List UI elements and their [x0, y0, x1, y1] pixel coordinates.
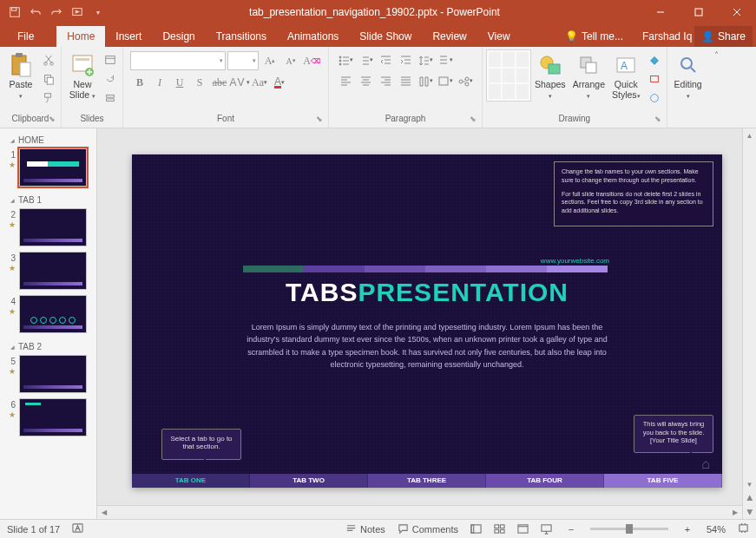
- line-spacing-button[interactable]: ▾: [416, 51, 435, 69]
- thumbnail-slide-3[interactable]: 3★: [3, 252, 96, 290]
- slideshow-view-button[interactable]: [541, 523, 552, 535]
- scroll-up-button[interactable]: ▲: [743, 128, 756, 142]
- comments-button[interactable]: Comments: [398, 523, 458, 535]
- slide[interactable]: Change the tab names to your own section…: [132, 154, 722, 488]
- normal-view-button[interactable]: [470, 523, 482, 535]
- increase-indent-button[interactable]: [396, 51, 415, 69]
- close-button[interactable]: [718, 0, 756, 24]
- align-right-button[interactable]: [376, 72, 395, 89]
- save-button[interactable]: [5, 3, 24, 22]
- align-center-button[interactable]: [356, 72, 375, 89]
- qat-customize-button[interactable]: ▾: [89, 3, 108, 22]
- increase-font-button[interactable]: A▴: [260, 52, 279, 69]
- slide-tab[interactable]: TAB FIVE: [604, 474, 722, 488]
- thumbnail-slide-1[interactable]: 1★: [3, 148, 96, 187]
- tab-home[interactable]: Home: [56, 26, 105, 47]
- decrease-indent-button[interactable]: [376, 51, 395, 69]
- tab-transitions[interactable]: Transitions: [206, 26, 277, 47]
- slide-canvas[interactable]: Change the tab names to your own section…: [97, 128, 756, 519]
- italic-button[interactable]: I: [150, 74, 169, 91]
- font-size-select[interactable]: ▾: [227, 51, 259, 70]
- next-slide-button[interactable]: ⯆: [743, 505, 756, 519]
- editing-button[interactable]: Editing▾: [671, 49, 706, 102]
- start-from-beginning-button[interactable]: [68, 3, 87, 22]
- zoom-in-button[interactable]: +: [680, 524, 694, 535]
- slide-body-text[interactable]: Lorem Ipsum is simply dummy text of the …: [245, 321, 609, 371]
- decrease-font-button[interactable]: A▾: [281, 52, 300, 69]
- slide-tab[interactable]: TAB THREE: [368, 474, 486, 488]
- tab-design[interactable]: Design: [152, 26, 205, 47]
- zoom-level[interactable]: 54%: [707, 524, 726, 535]
- spell-check-icon[interactable]: [72, 522, 83, 535]
- slide-tab[interactable]: TAB ONE: [132, 474, 250, 488]
- thumbnail-slide-5[interactable]: 5★: [3, 355, 96, 393]
- maximize-button[interactable]: [680, 0, 718, 24]
- tab-slideshow[interactable]: Slide Show: [349, 26, 422, 47]
- smartart-button[interactable]: ▾: [456, 72, 475, 89]
- section-header[interactable]: HOME: [3, 132, 96, 148]
- columns-button[interactable]: ▾: [416, 72, 435, 89]
- bullets-button[interactable]: ▾: [336, 51, 355, 69]
- zoom-out-button[interactable]: −: [564, 524, 578, 535]
- layout-button[interactable]: [102, 51, 119, 69]
- notes-button[interactable]: Notes: [345, 523, 385, 535]
- arrange-button[interactable]: Arrange▾: [569, 49, 608, 102]
- tip-left-callout[interactable]: Select a tab to go to that section.: [161, 429, 241, 460]
- reading-view-button[interactable]: [517, 523, 529, 535]
- zoom-slider[interactable]: [590, 528, 668, 530]
- shape-fill-button[interactable]: [646, 51, 663, 69]
- account-name[interactable]: Farshad Iq...: [632, 26, 693, 47]
- strikethrough-button[interactable]: abc: [210, 74, 229, 91]
- slide-counter[interactable]: Slide 1 of 17: [7, 524, 60, 535]
- tip-right-callout[interactable]: This will always bring you back to the s…: [634, 415, 713, 453]
- vertical-scrollbar[interactable]: ▲ ▼ ⯅ ⯆: [742, 128, 756, 519]
- fit-to-window-button[interactable]: [738, 522, 749, 535]
- slide-tab[interactable]: TAB TWO: [250, 474, 368, 488]
- slide-title[interactable]: TABSPRESENTATION: [132, 278, 722, 307]
- clear-formatting-button[interactable]: A⌫: [302, 52, 321, 69]
- redo-button[interactable]: [47, 3, 66, 22]
- slide-tab[interactable]: TAB FOUR: [486, 474, 604, 488]
- dialog-launcher-icon[interactable]: ⬊: [49, 115, 56, 123]
- scroll-left-button[interactable]: ◀: [97, 506, 111, 519]
- reset-button[interactable]: [102, 70, 119, 88]
- tell-me-search[interactable]: 💡Tell me...: [558, 30, 630, 43]
- instructions-textbox[interactable]: Change the tab names to your own section…: [554, 161, 713, 226]
- shapes-button[interactable]: Shapes▾: [531, 49, 569, 102]
- copy-button[interactable]: [40, 70, 57, 88]
- justify-button[interactable]: [396, 72, 415, 89]
- align-left-button[interactable]: [336, 72, 355, 89]
- website-url[interactable]: www.yourwebsite.com: [541, 257, 609, 265]
- shape-outline-button[interactable]: [646, 70, 663, 88]
- section-header[interactable]: TAB 1: [3, 192, 96, 208]
- thumbnail-slide-6[interactable]: 6★: [3, 398, 96, 436]
- thumbnail-pane[interactable]: HOME 1★ TAB 1 2★ 3★ 4★ TAB 2 5★ 6★: [0, 128, 97, 519]
- thumbnail-slide-2[interactable]: 2★: [3, 208, 96, 246]
- section-header[interactable]: TAB 2: [3, 338, 96, 355]
- tab-file[interactable]: File: [7, 26, 44, 47]
- tab-insert[interactable]: Insert: [105, 26, 152, 47]
- shapes-gallery[interactable]: [486, 49, 531, 102]
- spacing-button[interactable]: AV▾: [230, 74, 249, 91]
- numbering-button[interactable]: ▾: [356, 51, 375, 69]
- font-color-button[interactable]: A▾: [270, 74, 289, 91]
- home-icon[interactable]: ⌂: [701, 456, 710, 472]
- undo-button[interactable]: [26, 3, 45, 22]
- font-family-select[interactable]: ▾: [130, 51, 226, 70]
- minimize-button[interactable]: [641, 0, 680, 24]
- slide-sorter-view-button[interactable]: [494, 523, 505, 535]
- tab-review[interactable]: Review: [422, 26, 477, 47]
- underline-button[interactable]: U: [170, 74, 189, 91]
- horizontal-scrollbar[interactable]: ◀ ▶: [97, 505, 742, 519]
- shape-effects-button[interactable]: [646, 89, 663, 107]
- bold-button[interactable]: B: [130, 74, 149, 91]
- scroll-down-button[interactable]: ▼: [743, 477, 756, 491]
- align-text-button[interactable]: ▾: [436, 72, 455, 89]
- format-painter-button[interactable]: [40, 89, 57, 107]
- paste-button[interactable]: Paste▾: [3, 49, 38, 102]
- quick-styles-button[interactable]: A Quick Styles▾: [608, 49, 644, 102]
- new-slide-button[interactable]: New Slide ▾: [65, 49, 100, 102]
- prev-slide-button[interactable]: ⯅: [743, 491, 756, 505]
- thumbnail-slide-4[interactable]: 4★: [3, 295, 96, 333]
- section-button[interactable]: [102, 89, 119, 107]
